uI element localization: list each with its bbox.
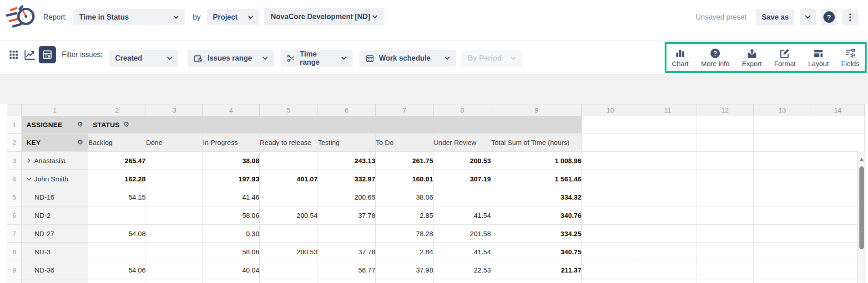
grid-total-cell[interactable]: 1 561.46 [491, 170, 582, 188]
grid-cell[interactable] [811, 116, 865, 134]
grid-cell[interactable]: 2.85 [376, 206, 434, 225]
grid-cell[interactable] [811, 188, 865, 206]
project-select[interactable]: NovaCore Development [ND] [264, 8, 384, 26]
save-as-button[interactable]: Save as [756, 9, 794, 26]
grid-cell[interactable] [754, 116, 811, 134]
row-number[interactable]: 7 [7, 225, 22, 243]
grid-cell[interactable] [491, 279, 582, 283]
table-view-button[interactable] [7, 48, 20, 61]
grid-cell[interactable]: 54.15 [88, 188, 146, 206]
grid-cell[interactable]: 200.54 [260, 206, 318, 225]
pivot-view-button-selected[interactable] [39, 46, 56, 63]
layout-button[interactable]: Layout [808, 47, 829, 67]
status-column-header[interactable]: Done [146, 134, 203, 152]
row-number[interactable]: 3 [7, 152, 22, 170]
grid-cell[interactable] [639, 243, 696, 261]
grid-cell[interactable] [434, 279, 491, 283]
grid-cell[interactable]: 56.77 [318, 261, 376, 279]
grid-cell[interactable]: 58.06 [203, 243, 260, 261]
grid-total-cell[interactable]: 1 008.96 [491, 152, 582, 170]
grid-total-cell[interactable]: 340.76 [491, 206, 582, 225]
row-number[interactable]: 9 [7, 261, 22, 279]
grid-cell[interactable] [754, 170, 811, 188]
grid-cell[interactable]: 197.93 [203, 170, 260, 188]
status-column-header[interactable]: Under Review [434, 134, 491, 152]
grid-cell[interactable] [696, 152, 754, 170]
row-number[interactable] [7, 279, 22, 283]
issue-row-label[interactable]: ND-2 [22, 206, 88, 225]
column-number-header[interactable]: 4 [203, 104, 260, 116]
column-number-header[interactable]: 7 [376, 104, 434, 116]
grid-cell[interactable]: 38.06 [376, 188, 434, 206]
save-options-dropdown-button[interactable] [800, 9, 816, 26]
grid-total-cell[interactable]: 340.75 [491, 243, 582, 261]
grid-cell[interactable] [811, 170, 865, 188]
grid-cell[interactable] [639, 134, 696, 152]
grid-cell[interactable] [754, 279, 811, 283]
column-number-header[interactable]: 8 [434, 104, 491, 116]
chart-button[interactable]: Chart [672, 47, 689, 67]
issue-row-label[interactable]: ND-27 [22, 225, 88, 243]
grid-cell[interactable] [582, 188, 639, 206]
key-header-cell[interactable]: KEY⚙ [22, 134, 88, 152]
fields-button[interactable]: Fields [841, 47, 859, 67]
grid-cell[interactable] [696, 188, 754, 206]
grid-cell[interactable] [376, 279, 434, 283]
grid-cell[interactable]: 22.53 [434, 261, 491, 279]
grid-cell[interactable] [582, 261, 639, 279]
grid-cell[interactable] [88, 279, 146, 283]
grid-cell[interactable] [260, 225, 318, 243]
grid-cell[interactable]: 265.47 [88, 152, 146, 170]
grid-cell[interactable]: 54.08 [88, 225, 146, 243]
grid-cell[interactable] [434, 188, 491, 206]
grid-cell[interactable] [318, 225, 376, 243]
column-number-header[interactable]: 2 [88, 104, 146, 116]
column-number-header[interactable]: 9 [491, 104, 582, 116]
grid-cell[interactable]: 41.46 [203, 188, 260, 206]
grid-cell[interactable]: 160.01 [376, 170, 434, 188]
grid-cell[interactable]: 58.06 [203, 206, 260, 225]
grid-cell[interactable]: 261.75 [376, 152, 434, 170]
grid-cell[interactable] [639, 188, 696, 206]
grid-cell[interactable] [146, 152, 203, 170]
grid-cell[interactable] [582, 206, 639, 225]
grid-cell[interactable] [696, 134, 754, 152]
grid-total-cell[interactable]: 334.32 [491, 188, 582, 206]
status-column-header[interactable]: Backlog [88, 134, 146, 152]
grid-cell[interactable]: 37.78 [318, 206, 376, 225]
more-menu-kebab-button[interactable] [842, 9, 858, 26]
status-column-header[interactable]: Total Sum of Time (hours) [491, 134, 582, 152]
status-column-header[interactable]: Ready to release [260, 134, 318, 152]
row-number[interactable]: 2 [7, 134, 22, 152]
status-settings-gear-icon[interactable]: ⚙ [123, 121, 129, 128]
column-number-header[interactable]: 5 [260, 104, 318, 116]
status-column-header[interactable]: Testing [318, 134, 376, 152]
grid-cell[interactable] [811, 261, 865, 279]
help-button[interactable]: ? [821, 9, 837, 26]
grid-cell[interactable] [639, 116, 696, 134]
grid-cell[interactable] [146, 170, 203, 188]
grid-cell[interactable]: 54.06 [88, 261, 146, 279]
grid-cell[interactable]: 332.97 [318, 170, 376, 188]
grid-cell[interactable] [260, 279, 318, 283]
grid-cell[interactable]: 37.78 [318, 243, 376, 261]
report-type-select[interactable]: Time in Status [73, 9, 185, 25]
column-number-header[interactable]: 3 [146, 104, 203, 116]
grid-cell[interactable] [146, 206, 203, 225]
grid-cell[interactable] [639, 261, 696, 279]
grid-cell[interactable] [754, 261, 811, 279]
row-number[interactable]: 6 [7, 206, 22, 225]
grid-cell[interactable]: 401.07 [260, 170, 318, 188]
column-number-header[interactable]: 13 [754, 104, 811, 116]
grid-cell[interactable] [754, 188, 811, 206]
grid-cell[interactable] [582, 279, 639, 283]
column-number-header[interactable]: 1 [22, 104, 88, 116]
grid-cell[interactable] [639, 225, 696, 243]
grid-cell[interactable]: 2.84 [376, 243, 434, 261]
issues-range-button[interactable]: Issues range [187, 50, 274, 67]
group-row-label[interactable]: John Smith [22, 170, 88, 188]
grid-cell[interactable] [203, 279, 260, 283]
grid-cell[interactable] [88, 206, 146, 225]
key-settings-gear-icon[interactable]: ⚙ [77, 139, 83, 146]
grid-cell[interactable]: 38.08 [203, 152, 260, 170]
